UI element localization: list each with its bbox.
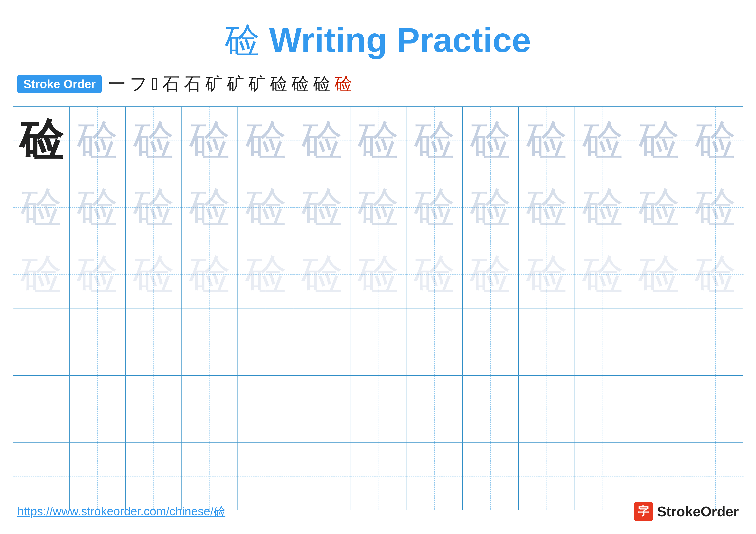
character-dark: 硷 xyxy=(20,111,63,169)
grid-cell-r4-c7[interactable] xyxy=(350,309,407,375)
grid-cell-r6-c2[interactable] xyxy=(69,443,126,510)
writing-grid: 硷 硷 硷 硷 硷 硷 硷 硷 硷 硷 硷 硷 硷 硷 硷 硷 硷 硷 硷 硷 … xyxy=(13,106,743,510)
grid-cell-r2-c13[interactable]: 硷 xyxy=(687,174,743,241)
grid-cell-r1-c3[interactable]: 硷 xyxy=(126,107,182,174)
grid-cell-r3-c13[interactable]: 硷 xyxy=(687,241,743,308)
grid-cell-r5-c5[interactable] xyxy=(238,376,294,443)
grid-cell-r3-c1[interactable]: 硷 xyxy=(14,241,69,308)
footer-logo: 字 StrokeOrder xyxy=(634,502,739,521)
stroke-order-row: Stroke Order 一 フ 𠃌 石 石 矿 矿 矿 硷 硷 硷 硷 xyxy=(0,72,756,96)
grid-cell-r6-c13[interactable] xyxy=(687,443,743,510)
grid-cell-r1-c8[interactable]: 硷 xyxy=(406,107,463,174)
grid-cell-r2-c2[interactable]: 硷 xyxy=(69,174,126,241)
grid-cell-r3-c10[interactable]: 硷 xyxy=(519,241,575,308)
grid-row-6 xyxy=(14,443,742,510)
grid-cell-r5-c3[interactable] xyxy=(126,376,182,443)
grid-cell-r1-c9[interactable]: 硷 xyxy=(463,107,519,174)
grid-cell-r6-c3[interactable] xyxy=(126,443,182,510)
grid-cell-r4-c3[interactable] xyxy=(126,309,182,375)
grid-cell-r1-c5[interactable]: 硷 xyxy=(238,107,294,174)
grid-cell-r3-c11[interactable]: 硷 xyxy=(575,241,631,308)
grid-cell-r3-c9[interactable]: 硷 xyxy=(463,241,519,308)
footer: https://www.strokeorder.com/chinese/硷 字 … xyxy=(17,502,739,521)
footer-url[interactable]: https://www.strokeorder.com/chinese/硷 xyxy=(17,503,226,519)
grid-cell-r6-c4[interactable] xyxy=(182,443,238,510)
grid-cell-r4-c11[interactable] xyxy=(575,309,631,375)
grid-cell-r3-c7[interactable]: 硷 xyxy=(350,241,407,308)
grid-cell-r2-c1[interactable]: 硷 xyxy=(14,174,69,241)
grid-cell-r5-c8[interactable] xyxy=(406,376,463,443)
grid-cell-r6-c5[interactable] xyxy=(238,443,294,510)
grid-cell-r3-c12[interactable]: 硷 xyxy=(631,241,688,308)
grid-cell-r1-c12[interactable]: 硷 xyxy=(631,107,688,174)
grid-cell-r5-c1[interactable] xyxy=(14,376,69,443)
grid-cell-r2-c4[interactable]: 硷 xyxy=(182,174,238,241)
grid-row-3: 硷 硷 硷 硷 硷 硷 硷 硷 硷 硷 硷 硷 硷 xyxy=(14,241,742,309)
grid-cell-r1-c6[interactable]: 硷 xyxy=(294,107,350,174)
grid-cell-r5-c4[interactable] xyxy=(182,376,238,443)
grid-cell-r6-c10[interactable] xyxy=(519,443,575,510)
grid-cell-r6-c8[interactable] xyxy=(406,443,463,510)
grid-cell-r1-c4[interactable]: 硷 xyxy=(182,107,238,174)
grid-cell-r6-c9[interactable] xyxy=(463,443,519,510)
grid-cell-r3-c8[interactable]: 硷 xyxy=(406,241,463,308)
title-text: Writing Practice xyxy=(259,21,531,59)
grid-cell-r3-c2[interactable]: 硷 xyxy=(69,241,126,308)
grid-cell-r3-c5[interactable]: 硷 xyxy=(238,241,294,308)
grid-cell-r1-c10[interactable]: 硷 xyxy=(519,107,575,174)
title-character: 硷 xyxy=(225,21,259,60)
stroke-10: 硷 xyxy=(292,72,309,96)
grid-cell-r1-c7[interactable]: 硷 xyxy=(350,107,407,174)
stroke-12: 硷 xyxy=(335,72,352,96)
grid-cell-r4-c8[interactable] xyxy=(406,309,463,375)
grid-cell-r5-c11[interactable] xyxy=(575,376,631,443)
grid-cell-r5-c7[interactable] xyxy=(350,376,407,443)
grid-cell-r5-c12[interactable] xyxy=(631,376,688,443)
grid-cell-r2-c6[interactable]: 硷 xyxy=(294,174,350,241)
grid-cell-r3-c6[interactable]: 硷 xyxy=(294,241,350,308)
grid-cell-r2-c3[interactable]: 硷 xyxy=(126,174,182,241)
grid-cell-r2-c10[interactable]: 硷 xyxy=(519,174,575,241)
grid-cell-r1-c1[interactable]: 硷 xyxy=(14,107,69,174)
grid-cell-r2-c5[interactable]: 硷 xyxy=(238,174,294,241)
stroke-chars: 一 フ 𠃌 石 石 矿 矿 矿 硷 硷 硷 硷 xyxy=(108,72,352,96)
grid-cell-r1-c2[interactable]: 硷 xyxy=(69,107,126,174)
stroke-2: フ xyxy=(130,72,148,96)
grid-cell-r5-c6[interactable] xyxy=(294,376,350,443)
grid-cell-r5-c2[interactable] xyxy=(69,376,126,443)
grid-cell-r4-c1[interactable] xyxy=(14,309,69,375)
grid-row-5 xyxy=(14,376,742,443)
grid-cell-r4-c2[interactable] xyxy=(69,309,126,375)
grid-cell-r4-c9[interactable] xyxy=(463,309,519,375)
grid-cell-r6-c1[interactable] xyxy=(14,443,69,510)
grid-cell-r6-c7[interactable] xyxy=(350,443,407,510)
grid-cell-r3-c4[interactable]: 硷 xyxy=(182,241,238,308)
grid-cell-r5-c10[interactable] xyxy=(519,376,575,443)
grid-cell-r1-c11[interactable]: 硷 xyxy=(575,107,631,174)
grid-cell-r2-c9[interactable]: 硷 xyxy=(463,174,519,241)
grid-cell-r4-c10[interactable] xyxy=(519,309,575,375)
grid-cell-r4-c12[interactable] xyxy=(631,309,688,375)
grid-row-2: 硷 硷 硷 硷 硷 硷 硷 硷 硷 硷 硷 硷 硷 xyxy=(14,174,742,241)
grid-cell-r3-c3[interactable]: 硷 xyxy=(126,241,182,308)
grid-cell-r5-c9[interactable] xyxy=(463,376,519,443)
grid-cell-r4-c5[interactable] xyxy=(238,309,294,375)
grid-cell-r4-c6[interactable] xyxy=(294,309,350,375)
grid-cell-r6-c12[interactable] xyxy=(631,443,688,510)
grid-cell-r6-c11[interactable] xyxy=(575,443,631,510)
grid-cell-r4-c4[interactable] xyxy=(182,309,238,375)
grid-cell-r4-c13[interactable] xyxy=(687,309,743,375)
grid-cell-r5-c13[interactable] xyxy=(687,376,743,443)
grid-cell-r2-c7[interactable]: 硷 xyxy=(350,174,407,241)
grid-cell-r2-c8[interactable]: 硷 xyxy=(406,174,463,241)
grid-row-4 xyxy=(14,309,742,376)
stroke-11: 硷 xyxy=(313,72,330,96)
stroke-6: 矿 xyxy=(205,72,223,96)
stroke-order-badge: Stroke Order xyxy=(17,75,102,93)
grid-cell-r2-c12[interactable]: 硷 xyxy=(631,174,688,241)
grid-row-1: 硷 硷 硷 硷 硷 硷 硷 硷 硷 硷 硷 硷 硷 xyxy=(14,107,742,174)
stroke-3: 𠃌 xyxy=(152,74,158,94)
grid-cell-r6-c6[interactable] xyxy=(294,443,350,510)
grid-cell-r2-c11[interactable]: 硷 xyxy=(575,174,631,241)
grid-cell-r1-c13[interactable]: 硷 xyxy=(687,107,743,174)
